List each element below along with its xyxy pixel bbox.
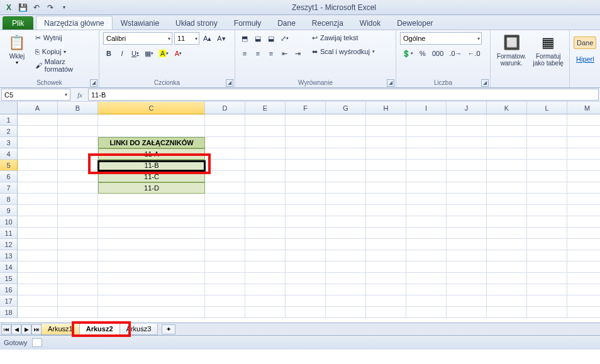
cell-E12[interactable] bbox=[245, 239, 286, 250]
col-header-C[interactable]: C bbox=[98, 102, 205, 114]
cell-L8[interactable] bbox=[527, 194, 567, 205]
cell-D13[interactable] bbox=[205, 250, 245, 262]
cell-I7[interactable] bbox=[406, 182, 447, 194]
cell-C8[interactable] bbox=[98, 194, 205, 205]
sheet-tab-1[interactable]: Arkusz1 bbox=[41, 324, 80, 335]
cell-C7[interactable]: 11-D bbox=[98, 182, 205, 194]
cell-G12[interactable] bbox=[326, 239, 366, 250]
cell-G16[interactable] bbox=[326, 284, 366, 295]
formula-bar[interactable]: 11-B bbox=[88, 89, 599, 101]
cell-F18[interactable] bbox=[286, 307, 326, 318]
cell-F7[interactable] bbox=[286, 182, 326, 194]
sheet-first-button[interactable]: ⏮ bbox=[1, 324, 11, 334]
cell-A18[interactable] bbox=[18, 307, 58, 318]
cell-K10[interactable] bbox=[487, 216, 527, 228]
worksheet-grid[interactable]: ABCDEFGHIJKLM123LINKI DO ZAŁĄCZNIKÓW411-… bbox=[0, 102, 600, 323]
cell-B18[interactable] bbox=[58, 307, 98, 318]
cell-E2[interactable] bbox=[245, 126, 286, 137]
cell-M18[interactable] bbox=[567, 307, 600, 318]
cell-K7[interactable] bbox=[487, 182, 527, 194]
row-header-15[interactable]: 15 bbox=[0, 273, 18, 284]
row-header-12[interactable]: 12 bbox=[0, 239, 18, 250]
cell-D5[interactable] bbox=[205, 160, 245, 171]
clipboard-dialog-launcher[interactable]: ◢ bbox=[90, 79, 97, 87]
fill-color-button[interactable]: A▾ bbox=[157, 47, 170, 60]
cell-M9[interactable] bbox=[567, 205, 600, 216]
cell-I16[interactable] bbox=[406, 284, 447, 295]
cell-E8[interactable] bbox=[245, 194, 286, 205]
cell-G17[interactable] bbox=[326, 295, 366, 307]
cell-G4[interactable] bbox=[326, 148, 366, 160]
cell-H18[interactable] bbox=[366, 307, 406, 318]
cell-I12[interactable] bbox=[406, 239, 447, 250]
align-middle-button[interactable]: ⬓ bbox=[252, 32, 264, 45]
cell-E14[interactable] bbox=[245, 262, 286, 273]
cell-K18[interactable] bbox=[487, 307, 527, 318]
cell-E1[interactable] bbox=[245, 114, 286, 126]
number-format-combo[interactable]: Ogólne▾ bbox=[400, 32, 482, 45]
cell-M1[interactable] bbox=[567, 114, 600, 126]
alignment-dialog-launcher[interactable]: ◢ bbox=[387, 79, 394, 87]
cell-K14[interactable] bbox=[487, 262, 527, 273]
cell-C10[interactable] bbox=[98, 216, 205, 228]
cell-I3[interactable] bbox=[406, 137, 447, 148]
cell-H7[interactable] bbox=[366, 182, 406, 194]
percent-button[interactable]: % bbox=[417, 47, 428, 60]
tab-review[interactable]: Recenzja bbox=[304, 16, 352, 30]
italic-button[interactable]: I bbox=[116, 47, 128, 60]
cell-M15[interactable] bbox=[567, 273, 600, 284]
cell-K13[interactable] bbox=[487, 250, 527, 262]
col-header-B[interactable]: B bbox=[58, 102, 98, 114]
cell-F16[interactable] bbox=[286, 284, 326, 295]
cell-K3[interactable] bbox=[487, 137, 527, 148]
number-dialog-launcher[interactable]: ◢ bbox=[481, 79, 489, 87]
tab-insert[interactable]: Wstawianie bbox=[113, 16, 167, 30]
font-dialog-launcher[interactable]: ◢ bbox=[226, 79, 233, 87]
cell-E13[interactable] bbox=[245, 250, 286, 262]
align-left-button[interactable]: ≡ bbox=[239, 47, 250, 60]
cell-D16[interactable] bbox=[205, 284, 245, 295]
cell-M10[interactable] bbox=[567, 216, 600, 228]
cell-K1[interactable] bbox=[487, 114, 527, 126]
font-size-combo[interactable]: 11▾ bbox=[174, 32, 199, 45]
redo-button[interactable]: ↷ bbox=[44, 1, 57, 14]
cell-B12[interactable] bbox=[58, 239, 98, 250]
underline-button[interactable]: U▾ bbox=[130, 47, 141, 60]
cell-I15[interactable] bbox=[406, 273, 447, 284]
cell-E6[interactable] bbox=[245, 171, 286, 182]
cell-F5[interactable] bbox=[286, 160, 326, 171]
row-header-1[interactable]: 1 bbox=[0, 114, 18, 126]
cell-L4[interactable] bbox=[527, 148, 567, 160]
row-header-17[interactable]: 17 bbox=[0, 295, 18, 307]
cell-F12[interactable] bbox=[286, 239, 326, 250]
cell-E17[interactable] bbox=[245, 295, 286, 307]
align-center-button[interactable]: ≡ bbox=[252, 47, 264, 60]
cell-I4[interactable] bbox=[406, 148, 447, 160]
cell-D1[interactable] bbox=[205, 114, 245, 126]
row-header-10[interactable]: 10 bbox=[0, 216, 18, 228]
cell-F2[interactable] bbox=[286, 126, 326, 137]
cell-L2[interactable] bbox=[527, 126, 567, 137]
cell-B14[interactable] bbox=[58, 262, 98, 273]
row-header-2[interactable]: 2 bbox=[0, 126, 18, 137]
cell-J10[interactable] bbox=[447, 216, 487, 228]
cell-D9[interactable] bbox=[205, 205, 245, 216]
cell-F6[interactable] bbox=[286, 171, 326, 182]
tab-developer[interactable]: Deweloper bbox=[389, 16, 441, 30]
cell-H1[interactable] bbox=[366, 114, 406, 126]
cell-A13[interactable] bbox=[18, 250, 58, 262]
cell-E9[interactable] bbox=[245, 205, 286, 216]
cell-A14[interactable] bbox=[18, 262, 58, 273]
format-painter-button[interactable]: 🖌Malarz formatów bbox=[33, 59, 95, 72]
cell-L9[interactable] bbox=[527, 205, 567, 216]
cell-C11[interactable] bbox=[98, 228, 205, 239]
cell-M5[interactable] bbox=[567, 160, 600, 171]
cell-J16[interactable] bbox=[447, 284, 487, 295]
cell-L10[interactable] bbox=[527, 216, 567, 228]
cell-A9[interactable] bbox=[18, 205, 58, 216]
cell-B2[interactable] bbox=[58, 126, 98, 137]
cell-H13[interactable] bbox=[366, 250, 406, 262]
align-bottom-button[interactable]: ⬓ bbox=[265, 32, 277, 45]
cell-I9[interactable] bbox=[406, 205, 447, 216]
cell-F9[interactable] bbox=[286, 205, 326, 216]
